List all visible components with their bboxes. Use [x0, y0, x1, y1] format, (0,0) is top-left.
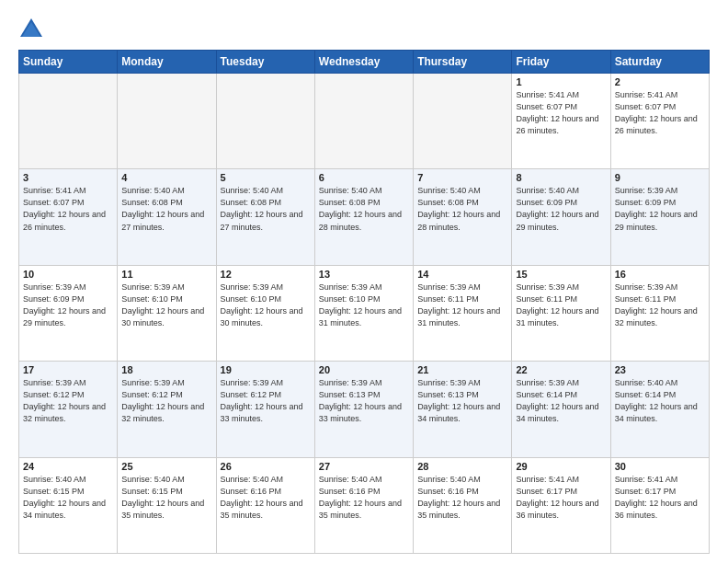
day-number: 16	[615, 269, 705, 280]
day-info: Sunrise: 5:39 AMSunset: 6:13 PMDaylight:…	[319, 377, 409, 425]
calendar-cell: 30Sunrise: 5:41 AMSunset: 6:17 PMDayligh…	[610, 457, 709, 553]
calendar-cell: 21Sunrise: 5:39 AMSunset: 6:13 PMDayligh…	[414, 362, 512, 457]
day-info: Sunrise: 5:40 AMSunset: 6:14 PMDaylight:…	[615, 377, 705, 425]
logo	[18, 15, 48, 40]
day-info: Sunrise: 5:40 AMSunset: 6:15 PMDaylight:…	[121, 474, 211, 522]
day-info: Sunrise: 5:39 AMSunset: 6:10 PMDaylight:…	[319, 282, 409, 329]
calendar-cell: 29Sunrise: 5:41 AMSunset: 6:17 PMDayligh…	[512, 457, 610, 553]
day-number: 29	[516, 461, 606, 472]
col-header-wednesday: Wednesday	[314, 51, 413, 74]
calendar-week-4: 24Sunrise: 5:40 AMSunset: 6:15 PMDayligh…	[19, 457, 710, 553]
day-info: Sunrise: 5:39 AMSunset: 6:09 PMDaylight:…	[615, 185, 705, 233]
calendar-cell: 19Sunrise: 5:39 AMSunset: 6:12 PMDayligh…	[216, 362, 314, 457]
calendar-cell: 22Sunrise: 5:39 AMSunset: 6:14 PMDayligh…	[512, 362, 610, 457]
day-number: 20	[319, 364, 409, 375]
day-number: 3	[23, 172, 113, 183]
day-info: Sunrise: 5:41 AMSunset: 6:07 PMDaylight:…	[23, 185, 113, 233]
day-number: 26	[221, 461, 311, 472]
day-number: 15	[516, 269, 606, 280]
day-number: 12	[221, 269, 311, 280]
calendar-cell: 27Sunrise: 5:40 AMSunset: 6:16 PMDayligh…	[314, 457, 413, 553]
day-info: Sunrise: 5:41 AMSunset: 6:07 PMDaylight:…	[615, 89, 705, 137]
calendar-cell: 14Sunrise: 5:39 AMSunset: 6:11 PMDayligh…	[414, 265, 512, 361]
calendar-cell: 28Sunrise: 5:40 AMSunset: 6:16 PMDayligh…	[414, 457, 512, 553]
day-info: Sunrise: 5:41 AMSunset: 6:07 PMDaylight:…	[516, 89, 606, 137]
calendar-cell: 16Sunrise: 5:39 AMSunset: 6:11 PMDayligh…	[610, 265, 709, 361]
calendar-cell: 6Sunrise: 5:40 AMSunset: 6:08 PMDaylight…	[314, 169, 413, 265]
day-number: 14	[417, 269, 507, 280]
day-number: 19	[221, 364, 311, 375]
day-number: 10	[23, 269, 113, 280]
calendar-cell: 15Sunrise: 5:39 AMSunset: 6:11 PMDayligh…	[512, 265, 610, 361]
calendar-cell: 11Sunrise: 5:39 AMSunset: 6:10 PMDayligh…	[118, 265, 216, 361]
day-info: Sunrise: 5:39 AMSunset: 6:11 PMDaylight:…	[417, 282, 507, 329]
day-number: 6	[319, 172, 409, 183]
day-number: 4	[121, 172, 211, 183]
day-info: Sunrise: 5:40 AMSunset: 6:08 PMDaylight:…	[221, 185, 311, 233]
calendar-week-1: 3Sunrise: 5:41 AMSunset: 6:07 PMDaylight…	[19, 169, 710, 265]
calendar-header-row: SundayMondayTuesdayWednesdayThursdayFrid…	[19, 51, 710, 74]
day-info: Sunrise: 5:39 AMSunset: 6:12 PMDaylight:…	[121, 377, 211, 425]
day-info: Sunrise: 5:41 AMSunset: 6:17 PMDaylight:…	[615, 474, 705, 522]
day-number: 30	[615, 461, 705, 472]
day-number: 7	[417, 172, 507, 183]
col-header-tuesday: Tuesday	[216, 51, 314, 74]
day-info: Sunrise: 5:40 AMSunset: 6:16 PMDaylight:…	[221, 474, 311, 522]
calendar-cell	[118, 74, 216, 169]
calendar-cell	[19, 74, 118, 169]
day-number: 1	[516, 76, 606, 87]
calendar-cell: 3Sunrise: 5:41 AMSunset: 6:07 PMDaylight…	[19, 169, 118, 265]
day-number: 24	[23, 461, 113, 472]
calendar-cell: 26Sunrise: 5:40 AMSunset: 6:16 PMDayligh…	[216, 457, 314, 553]
calendar-cell: 7Sunrise: 5:40 AMSunset: 6:08 PMDaylight…	[414, 169, 512, 265]
day-number: 22	[516, 364, 606, 375]
calendar-cell: 8Sunrise: 5:40 AMSunset: 6:09 PMDaylight…	[512, 169, 610, 265]
calendar-cell: 20Sunrise: 5:39 AMSunset: 6:13 PMDayligh…	[314, 362, 413, 457]
page: SundayMondayTuesdayWednesdayThursdayFrid…	[0, 0, 728, 563]
day-info: Sunrise: 5:39 AMSunset: 6:11 PMDaylight:…	[516, 282, 606, 329]
day-info: Sunrise: 5:40 AMSunset: 6:15 PMDaylight:…	[23, 474, 113, 522]
calendar-cell: 10Sunrise: 5:39 AMSunset: 6:09 PMDayligh…	[19, 265, 118, 361]
calendar-cell: 4Sunrise: 5:40 AMSunset: 6:08 PMDaylight…	[118, 169, 216, 265]
calendar-table: SundayMondayTuesdayWednesdayThursdayFrid…	[18, 50, 710, 554]
day-info: Sunrise: 5:39 AMSunset: 6:14 PMDaylight:…	[516, 377, 606, 425]
col-header-thursday: Thursday	[414, 51, 512, 74]
calendar-week-3: 17Sunrise: 5:39 AMSunset: 6:12 PMDayligh…	[19, 362, 710, 457]
calendar-cell	[314, 74, 413, 169]
col-header-monday: Monday	[118, 51, 216, 74]
day-number: 27	[319, 461, 409, 472]
day-info: Sunrise: 5:39 AMSunset: 6:12 PMDaylight:…	[221, 377, 311, 425]
calendar-cell: 13Sunrise: 5:39 AMSunset: 6:10 PMDayligh…	[314, 265, 413, 361]
day-info: Sunrise: 5:39 AMSunset: 6:10 PMDaylight:…	[121, 282, 211, 329]
day-info: Sunrise: 5:40 AMSunset: 6:16 PMDaylight:…	[417, 474, 507, 522]
day-info: Sunrise: 5:39 AMSunset: 6:11 PMDaylight:…	[615, 282, 705, 329]
day-info: Sunrise: 5:41 AMSunset: 6:17 PMDaylight:…	[516, 474, 606, 522]
calendar-week-0: 1Sunrise: 5:41 AMSunset: 6:07 PMDaylight…	[19, 74, 710, 169]
calendar-cell	[414, 74, 512, 169]
day-number: 17	[23, 364, 113, 375]
calendar-cell: 23Sunrise: 5:40 AMSunset: 6:14 PMDayligh…	[610, 362, 709, 457]
day-number: 21	[417, 364, 507, 375]
day-info: Sunrise: 5:40 AMSunset: 6:16 PMDaylight:…	[319, 474, 409, 522]
day-number: 8	[516, 172, 606, 183]
calendar-cell: 5Sunrise: 5:40 AMSunset: 6:08 PMDaylight…	[216, 169, 314, 265]
calendar-cell: 18Sunrise: 5:39 AMSunset: 6:12 PMDayligh…	[118, 362, 216, 457]
day-number: 18	[121, 364, 211, 375]
col-header-friday: Friday	[512, 51, 610, 74]
day-info: Sunrise: 5:40 AMSunset: 6:09 PMDaylight:…	[516, 185, 606, 233]
calendar-week-2: 10Sunrise: 5:39 AMSunset: 6:09 PMDayligh…	[19, 265, 710, 361]
day-info: Sunrise: 5:39 AMSunset: 6:13 PMDaylight:…	[417, 377, 507, 425]
col-header-saturday: Saturday	[610, 51, 709, 74]
day-number: 25	[121, 461, 211, 472]
day-info: Sunrise: 5:40 AMSunset: 6:08 PMDaylight:…	[319, 185, 409, 233]
day-info: Sunrise: 5:40 AMSunset: 6:08 PMDaylight:…	[121, 185, 211, 233]
calendar-cell: 1Sunrise: 5:41 AMSunset: 6:07 PMDaylight…	[512, 74, 610, 169]
calendar-cell: 2Sunrise: 5:41 AMSunset: 6:07 PMDaylight…	[610, 74, 709, 169]
day-number: 23	[615, 364, 705, 375]
day-number: 9	[615, 172, 705, 183]
day-info: Sunrise: 5:39 AMSunset: 6:12 PMDaylight:…	[23, 377, 113, 425]
day-number: 13	[319, 269, 409, 280]
calendar-cell: 17Sunrise: 5:39 AMSunset: 6:12 PMDayligh…	[19, 362, 118, 457]
calendar-cell: 25Sunrise: 5:40 AMSunset: 6:15 PMDayligh…	[118, 457, 216, 553]
day-number: 11	[121, 269, 211, 280]
